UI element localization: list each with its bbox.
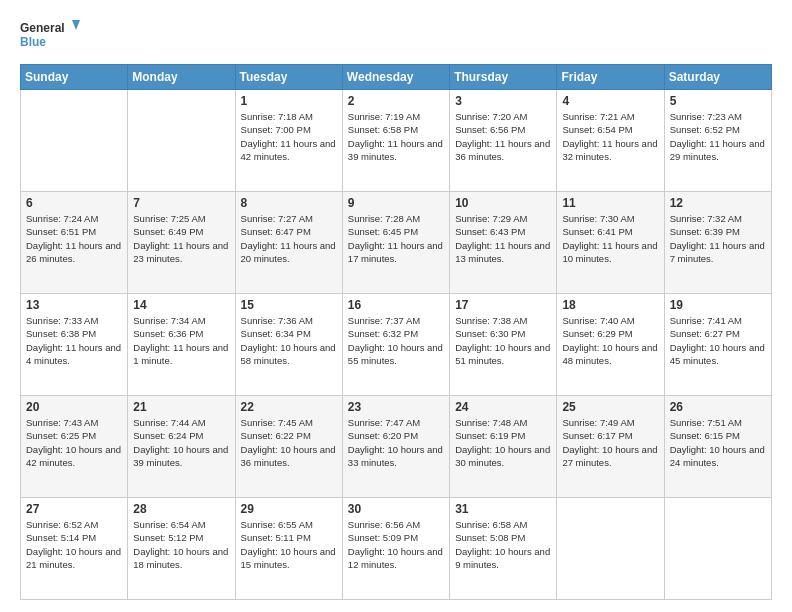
calendar-week-5: 27Sunrise: 6:52 AMSunset: 5:14 PMDayligh… [21,498,772,600]
day-number: 10 [455,196,551,210]
calendar-cell: 5Sunrise: 7:23 AMSunset: 6:52 PMDaylight… [664,90,771,192]
day-number: 11 [562,196,658,210]
logo: General Blue [20,18,80,54]
calendar-cell: 21Sunrise: 7:44 AMSunset: 6:24 PMDayligh… [128,396,235,498]
day-header-monday: Monday [128,65,235,90]
calendar-week-2: 6Sunrise: 7:24 AMSunset: 6:51 PMDaylight… [21,192,772,294]
cell-content: Sunrise: 7:19 AMSunset: 6:58 PMDaylight:… [348,110,444,163]
cell-content: Sunrise: 7:43 AMSunset: 6:25 PMDaylight:… [26,416,122,469]
cell-content: Sunrise: 6:56 AMSunset: 5:09 PMDaylight:… [348,518,444,571]
calendar-cell: 31Sunrise: 6:58 AMSunset: 5:08 PMDayligh… [450,498,557,600]
day-header-friday: Friday [557,65,664,90]
cell-content: Sunrise: 7:34 AMSunset: 6:36 PMDaylight:… [133,314,229,367]
calendar-cell: 26Sunrise: 7:51 AMSunset: 6:15 PMDayligh… [664,396,771,498]
day-number: 4 [562,94,658,108]
cell-content: Sunrise: 7:25 AMSunset: 6:49 PMDaylight:… [133,212,229,265]
svg-text:Blue: Blue [20,35,46,49]
day-number: 30 [348,502,444,516]
day-number: 8 [241,196,337,210]
day-number: 6 [26,196,122,210]
cell-content: Sunrise: 7:21 AMSunset: 6:54 PMDaylight:… [562,110,658,163]
calendar-cell: 22Sunrise: 7:45 AMSunset: 6:22 PMDayligh… [235,396,342,498]
calendar-cell: 17Sunrise: 7:38 AMSunset: 6:30 PMDayligh… [450,294,557,396]
day-number: 13 [26,298,122,312]
cell-content: Sunrise: 7:32 AMSunset: 6:39 PMDaylight:… [670,212,766,265]
calendar-cell: 4Sunrise: 7:21 AMSunset: 6:54 PMDaylight… [557,90,664,192]
day-number: 22 [241,400,337,414]
cell-content: Sunrise: 6:54 AMSunset: 5:12 PMDaylight:… [133,518,229,571]
day-number: 2 [348,94,444,108]
day-number: 31 [455,502,551,516]
day-number: 1 [241,94,337,108]
day-number: 14 [133,298,229,312]
day-number: 25 [562,400,658,414]
calendar-cell: 3Sunrise: 7:20 AMSunset: 6:56 PMDaylight… [450,90,557,192]
cell-content: Sunrise: 7:30 AMSunset: 6:41 PMDaylight:… [562,212,658,265]
cell-content: Sunrise: 7:36 AMSunset: 6:34 PMDaylight:… [241,314,337,367]
calendar-cell: 7Sunrise: 7:25 AMSunset: 6:49 PMDaylight… [128,192,235,294]
day-header-tuesday: Tuesday [235,65,342,90]
cell-content: Sunrise: 7:28 AMSunset: 6:45 PMDaylight:… [348,212,444,265]
calendar-cell: 12Sunrise: 7:32 AMSunset: 6:39 PMDayligh… [664,192,771,294]
calendar-cell [664,498,771,600]
calendar-cell [128,90,235,192]
calendar-cell: 8Sunrise: 7:27 AMSunset: 6:47 PMDaylight… [235,192,342,294]
day-number: 7 [133,196,229,210]
day-header-thursday: Thursday [450,65,557,90]
day-number: 20 [26,400,122,414]
cell-content: Sunrise: 7:24 AMSunset: 6:51 PMDaylight:… [26,212,122,265]
calendar-cell: 2Sunrise: 7:19 AMSunset: 6:58 PMDaylight… [342,90,449,192]
cell-content: Sunrise: 7:51 AMSunset: 6:15 PMDaylight:… [670,416,766,469]
calendar-table: SundayMondayTuesdayWednesdayThursdayFrid… [20,64,772,600]
calendar-week-4: 20Sunrise: 7:43 AMSunset: 6:25 PMDayligh… [21,396,772,498]
svg-text:General: General [20,21,65,35]
cell-content: Sunrise: 7:45 AMSunset: 6:22 PMDaylight:… [241,416,337,469]
calendar-cell: 14Sunrise: 7:34 AMSunset: 6:36 PMDayligh… [128,294,235,396]
day-header-wednesday: Wednesday [342,65,449,90]
day-number: 28 [133,502,229,516]
header: General Blue [20,18,772,54]
calendar-cell: 6Sunrise: 7:24 AMSunset: 6:51 PMDaylight… [21,192,128,294]
cell-content: Sunrise: 7:47 AMSunset: 6:20 PMDaylight:… [348,416,444,469]
calendar-cell: 27Sunrise: 6:52 AMSunset: 5:14 PMDayligh… [21,498,128,600]
day-number: 12 [670,196,766,210]
calendar-cell [557,498,664,600]
calendar-cell: 10Sunrise: 7:29 AMSunset: 6:43 PMDayligh… [450,192,557,294]
cell-content: Sunrise: 7:23 AMSunset: 6:52 PMDaylight:… [670,110,766,163]
calendar-header-row: SundayMondayTuesdayWednesdayThursdayFrid… [21,65,772,90]
day-number: 26 [670,400,766,414]
calendar-cell: 30Sunrise: 6:56 AMSunset: 5:09 PMDayligh… [342,498,449,600]
calendar-week-1: 1Sunrise: 7:18 AMSunset: 7:00 PMDaylight… [21,90,772,192]
calendar-cell: 23Sunrise: 7:47 AMSunset: 6:20 PMDayligh… [342,396,449,498]
day-number: 24 [455,400,551,414]
calendar-cell: 18Sunrise: 7:40 AMSunset: 6:29 PMDayligh… [557,294,664,396]
calendar-cell: 28Sunrise: 6:54 AMSunset: 5:12 PMDayligh… [128,498,235,600]
day-number: 17 [455,298,551,312]
cell-content: Sunrise: 6:58 AMSunset: 5:08 PMDaylight:… [455,518,551,571]
svg-marker-2 [72,20,80,30]
cell-content: Sunrise: 6:55 AMSunset: 5:11 PMDaylight:… [241,518,337,571]
cell-content: Sunrise: 7:37 AMSunset: 6:32 PMDaylight:… [348,314,444,367]
cell-content: Sunrise: 7:40 AMSunset: 6:29 PMDaylight:… [562,314,658,367]
day-number: 27 [26,502,122,516]
cell-content: Sunrise: 7:38 AMSunset: 6:30 PMDaylight:… [455,314,551,367]
cell-content: Sunrise: 7:33 AMSunset: 6:38 PMDaylight:… [26,314,122,367]
calendar-cell: 16Sunrise: 7:37 AMSunset: 6:32 PMDayligh… [342,294,449,396]
calendar-cell: 20Sunrise: 7:43 AMSunset: 6:25 PMDayligh… [21,396,128,498]
day-number: 18 [562,298,658,312]
day-number: 15 [241,298,337,312]
cell-content: Sunrise: 7:18 AMSunset: 7:00 PMDaylight:… [241,110,337,163]
day-number: 29 [241,502,337,516]
calendar-cell: 19Sunrise: 7:41 AMSunset: 6:27 PMDayligh… [664,294,771,396]
cell-content: Sunrise: 7:27 AMSunset: 6:47 PMDaylight:… [241,212,337,265]
calendar-cell: 9Sunrise: 7:28 AMSunset: 6:45 PMDaylight… [342,192,449,294]
logo-svg: General Blue [20,18,80,54]
cell-content: Sunrise: 7:48 AMSunset: 6:19 PMDaylight:… [455,416,551,469]
calendar-week-3: 13Sunrise: 7:33 AMSunset: 6:38 PMDayligh… [21,294,772,396]
day-number: 5 [670,94,766,108]
calendar-cell [21,90,128,192]
day-header-sunday: Sunday [21,65,128,90]
calendar-cell: 24Sunrise: 7:48 AMSunset: 6:19 PMDayligh… [450,396,557,498]
calendar-cell: 11Sunrise: 7:30 AMSunset: 6:41 PMDayligh… [557,192,664,294]
cell-content: Sunrise: 7:29 AMSunset: 6:43 PMDaylight:… [455,212,551,265]
